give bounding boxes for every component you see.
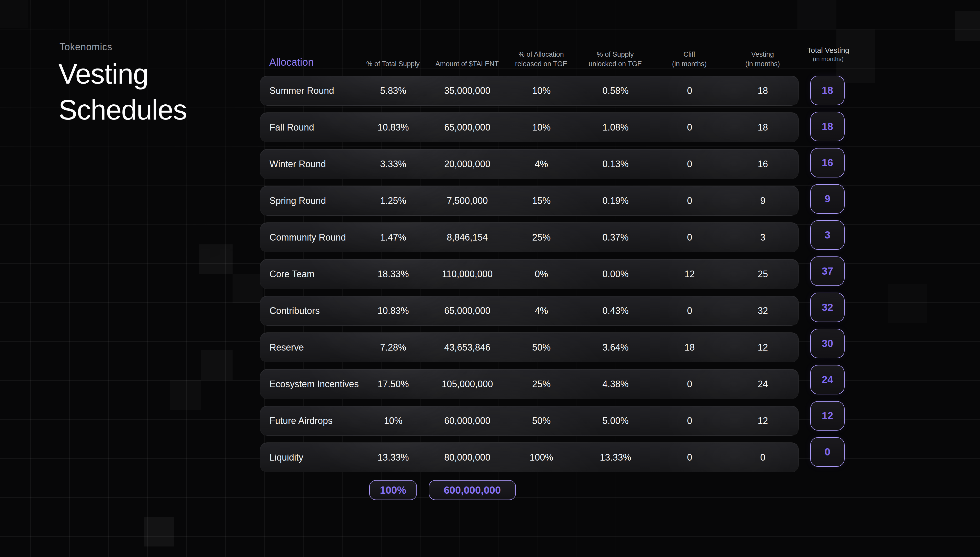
- cell-supply-tge-pct: 0.19%: [578, 195, 653, 206]
- cell-supply-tge-pct: 4.38%: [578, 379, 653, 389]
- cell-total-supply-pct: 10.83%: [356, 122, 430, 133]
- page-title-line1: Vesting: [59, 56, 187, 92]
- cell-total-supply-pct: 1.25%: [356, 195, 430, 206]
- cell-cliff: 0: [653, 195, 727, 206]
- total-vesting-badge: 32: [810, 293, 845, 322]
- table-header: Allocation % of Total Supply Amount of $…: [260, 37, 799, 72]
- cell-total-supply-pct: 3.33%: [356, 159, 430, 169]
- column-header-supply-tge-line1: % of Supply: [578, 50, 652, 59]
- allocation-name: Winter Round: [260, 159, 356, 169]
- cell-supply-tge-pct: 0.43%: [578, 305, 653, 316]
- column-header-supply-tge-line2: unlocked on TGE: [578, 59, 652, 69]
- cell-supply-tge-pct: 3.64%: [578, 342, 653, 353]
- cell-total-supply-pct: 10.83%: [356, 305, 430, 316]
- allocation-name: Ecosystem Incentives: [260, 379, 356, 389]
- cell-supply-tge-pct: 0.13%: [578, 159, 653, 169]
- table-row: Ecosystem Incentives17.50%105,000,00025%…: [260, 369, 799, 399]
- cell-cliff: 0: [653, 85, 727, 96]
- column-header-allocation: Allocation: [260, 56, 356, 72]
- cell-alloc-tge-pct: 50%: [505, 342, 578, 353]
- cell-amount: 80,000,000: [430, 452, 505, 463]
- cell-total-supply-pct: 13.33%: [356, 452, 430, 463]
- allocation-name: Core Team: [260, 269, 356, 280]
- allocation-name: Liquidity: [260, 452, 356, 463]
- column-header-alloc-tge-line1: % of Allocation: [504, 50, 578, 59]
- allocation-name: Fall Round: [260, 122, 356, 133]
- cell-vesting: 12: [727, 342, 799, 353]
- cell-amount: 65,000,000: [430, 122, 505, 133]
- cell-cliff: 0: [653, 379, 727, 389]
- cell-alloc-tge-pct: 0%: [505, 269, 578, 280]
- cell-supply-tge-pct: 0.00%: [578, 269, 653, 280]
- total-vesting-badge: 24: [810, 365, 845, 394]
- cell-total-supply-pct: 1.47%: [356, 232, 430, 243]
- total-supply-pill: 100%: [369, 480, 417, 500]
- cell-vesting: 0: [727, 452, 799, 463]
- cell-vesting: 12: [727, 415, 799, 426]
- cell-vesting: 9: [727, 195, 799, 206]
- total-vesting-badge: 0: [810, 437, 845, 467]
- total-vesting-column: 1818169337323024120: [810, 76, 845, 473]
- cell-amount: 43,653,846: [430, 342, 505, 353]
- cell-cliff: 0: [653, 305, 727, 316]
- column-header-total-vesting-line1: Total Vesting: [785, 46, 872, 55]
- allocation-name: Future Airdrops: [260, 415, 356, 426]
- table-row: Liquidity13.33%80,000,000100%13.33%00: [260, 442, 799, 472]
- vesting-table: Summer Round5.83%35,000,00010%0.58%018Fa…: [260, 76, 799, 479]
- allocation-name: Reserve: [260, 342, 356, 353]
- cell-supply-tge-pct: 5.00%: [578, 415, 653, 426]
- total-vesting-badge: 12: [810, 401, 845, 431]
- cell-alloc-tge-pct: 10%: [505, 85, 578, 96]
- cell-vesting: 24: [727, 379, 799, 389]
- cell-amount: 20,000,000: [430, 159, 505, 169]
- cell-amount: 65,000,000: [430, 305, 505, 316]
- table-row: Contributors10.83%65,000,0004%0.43%032: [260, 296, 799, 326]
- allocation-name: Summer Round: [260, 85, 356, 96]
- table-row: Future Airdrops10%60,000,00050%5.00%012: [260, 406, 799, 436]
- column-header-total-supply: % of Total Supply: [356, 59, 430, 72]
- cell-cliff: 0: [653, 159, 727, 169]
- cell-amount: 8,846,154: [430, 232, 505, 243]
- table-row: Fall Round10.83%65,000,00010%1.08%018: [260, 112, 799, 142]
- column-header-cliff-line2: (in months): [652, 59, 726, 69]
- cell-cliff: 12: [653, 269, 727, 280]
- cell-cliff: 18: [653, 342, 727, 353]
- cell-alloc-tge-pct: 4%: [505, 159, 578, 169]
- allocation-name: Spring Round: [260, 195, 356, 206]
- cell-total-supply-pct: 7.28%: [356, 342, 430, 353]
- table-row: Community Round1.47%8,846,15425%0.37%03: [260, 222, 799, 252]
- table-row: Reserve7.28%43,653,84650%3.64%1812: [260, 332, 799, 362]
- column-header-alloc-tge-line2: released on TGE: [504, 59, 578, 69]
- cell-alloc-tge-pct: 4%: [505, 305, 578, 316]
- total-vesting-badge: 18: [810, 76, 845, 105]
- column-header-total-vesting-line2: (in months): [785, 55, 872, 63]
- cell-amount: 7,500,000: [430, 195, 505, 206]
- allocation-name: Community Round: [260, 232, 356, 243]
- total-vesting-badge: 37: [810, 256, 845, 286]
- cell-total-supply-pct: 17.50%: [356, 379, 430, 389]
- column-header-cliff-line1: Cliff: [652, 50, 726, 59]
- cell-cliff: 0: [653, 232, 727, 243]
- section-eyebrow: Tokenomics: [60, 42, 112, 52]
- cell-vesting: 18: [727, 85, 799, 96]
- table-row: Winter Round3.33%20,000,0004%0.13%016: [260, 149, 799, 179]
- cell-cliff: 0: [653, 452, 727, 463]
- total-vesting-badge: 16: [810, 148, 845, 178]
- total-vesting-badge: 18: [810, 112, 845, 141]
- cell-amount: 60,000,000: [430, 415, 505, 426]
- cell-cliff: 0: [653, 122, 727, 133]
- cell-alloc-tge-pct: 10%: [505, 122, 578, 133]
- page-title: Vesting Schedules: [59, 56, 187, 128]
- cell-amount: 105,000,000: [430, 379, 505, 389]
- cell-alloc-tge-pct: 25%: [505, 379, 578, 389]
- table-row: Summer Round5.83%35,000,00010%0.58%018: [260, 76, 799, 106]
- cell-total-supply-pct: 5.83%: [356, 85, 430, 96]
- cell-alloc-tge-pct: 50%: [505, 415, 578, 426]
- total-vesting-badge: 30: [810, 329, 845, 358]
- table-row: Spring Round1.25%7,500,00015%0.19%09: [260, 186, 799, 216]
- total-vesting-badge: 3: [810, 220, 845, 250]
- cell-total-supply-pct: 10%: [356, 415, 430, 426]
- cell-alloc-tge-pct: 25%: [505, 232, 578, 243]
- cell-alloc-tge-pct: 15%: [505, 195, 578, 206]
- cell-supply-tge-pct: 13.33%: [578, 452, 653, 463]
